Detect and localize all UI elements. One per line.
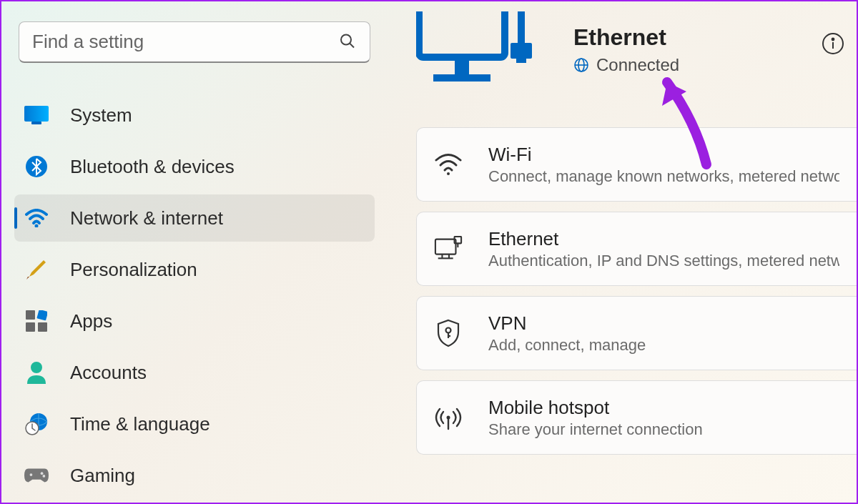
nav-item-apps[interactable]: Apps (14, 297, 375, 345)
wifi-icon (434, 150, 463, 179)
nav-list: System Bluetooth & devices Network & int… (14, 92, 375, 499)
svg-point-13 (30, 473, 33, 476)
option-title: Wi-Fi (488, 144, 839, 166)
option-subtitle: Add, connect, manage (488, 336, 646, 355)
wifi-icon (24, 206, 49, 230)
svg-point-26 (832, 39, 834, 41)
main-panel: Ethernet Connected Wi-Fi Connect, manage… (388, 1, 857, 503)
status-state-label: Connected (596, 55, 679, 75)
display-icon (24, 103, 49, 127)
svg-rect-3 (31, 122, 41, 124)
svg-rect-8 (26, 322, 35, 332)
svg-point-35 (446, 328, 451, 333)
clock-globe-icon (24, 412, 49, 436)
svg-rect-21 (516, 49, 526, 63)
info-icon (821, 31, 845, 56)
svg-line-1 (350, 44, 354, 48)
apps-icon (24, 309, 49, 333)
nav-item-network[interactable]: Network & internet (14, 194, 375, 242)
option-wifi[interactable]: Wi-Fi Connect, manage known networks, me… (416, 127, 857, 202)
hotspot-icon (434, 403, 463, 432)
svg-rect-7 (36, 310, 47, 321)
option-ethernet[interactable]: Ethernet Authentication, IP and DNS sett… (416, 212, 857, 286)
option-title: Ethernet (488, 228, 839, 250)
nav-item-bluetooth[interactable]: Bluetooth & devices (14, 143, 375, 190)
svg-point-15 (43, 475, 46, 478)
svg-point-5 (35, 224, 39, 228)
paintbrush-icon (24, 257, 49, 282)
nav-label: System (70, 104, 132, 127)
sidebar: System Bluetooth & devices Network & int… (1, 1, 388, 503)
svg-rect-9 (38, 322, 47, 332)
svg-point-0 (341, 35, 351, 45)
search-input[interactable] (19, 21, 370, 63)
option-hotspot[interactable]: Mobile hotspot Share your internet conne… (416, 380, 857, 455)
nav-item-time[interactable]: Time & language (14, 400, 375, 448)
svg-rect-29 (435, 239, 456, 255)
search-field-wrap (19, 21, 370, 63)
nav-label: Gaming (70, 465, 135, 487)
nav-label: Bluetooth & devices (70, 156, 235, 178)
svg-rect-16 (419, 11, 505, 57)
search-button[interactable] (335, 29, 360, 56)
nav-item-system[interactable]: System (14, 92, 375, 139)
nav-item-accounts[interactable]: Accounts (14, 349, 375, 396)
status-connected: Connected (573, 55, 679, 75)
option-subtitle: Authentication, IP and DNS settings, met… (488, 252, 839, 270)
option-subtitle: Connect, manage known networks, metered … (488, 167, 839, 186)
connection-status: Ethernet Connected (416, 1, 857, 127)
svg-rect-2 (24, 106, 49, 122)
svg-rect-18 (433, 74, 490, 81)
option-title: Mobile hotspot (488, 397, 703, 419)
person-icon (24, 360, 49, 385)
nav-label: Personalization (70, 259, 197, 281)
nav-label: Network & internet (70, 207, 223, 229)
svg-rect-6 (26, 310, 35, 320)
svg-rect-19 (518, 11, 525, 43)
info-button[interactable] (821, 31, 845, 58)
option-vpn[interactable]: VPN Add, connect, manage (416, 296, 857, 370)
option-title: VPN (488, 312, 646, 335)
network-options-list: Wi-Fi Connect, manage known networks, me… (416, 127, 857, 455)
settings-window: System Bluetooth & devices Network & int… (1, 1, 857, 503)
svg-point-28 (447, 172, 450, 175)
gamepad-icon (24, 463, 49, 488)
status-title: Ethernet (573, 24, 679, 51)
nav-item-personalization[interactable]: Personalization (14, 246, 375, 293)
nav-label: Accounts (70, 362, 147, 384)
status-text: Ethernet Connected (573, 24, 679, 75)
nav-item-gaming[interactable]: Gaming (14, 452, 375, 499)
svg-rect-17 (455, 57, 469, 74)
shield-key-icon (434, 319, 463, 347)
ethernet-monitor-icon (416, 11, 538, 100)
nav-label: Time & language (70, 413, 210, 435)
nav-label: Apps (70, 310, 112, 332)
svg-point-14 (41, 472, 44, 475)
ethernet-icon (434, 234, 463, 263)
globe-icon (573, 57, 589, 73)
bluetooth-icon (24, 154, 49, 179)
svg-point-10 (31, 362, 42, 373)
option-subtitle: Share your internet connection (488, 420, 703, 439)
search-icon (339, 33, 356, 50)
